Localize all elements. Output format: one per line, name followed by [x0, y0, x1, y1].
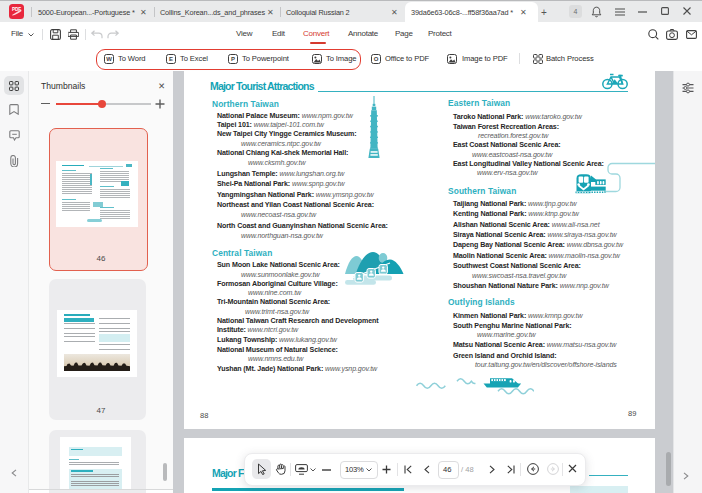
svg-text:O: O	[374, 56, 379, 62]
svg-text:W: W	[106, 56, 112, 62]
svg-text:P: P	[231, 56, 235, 62]
svg-text:E: E	[169, 56, 173, 62]
